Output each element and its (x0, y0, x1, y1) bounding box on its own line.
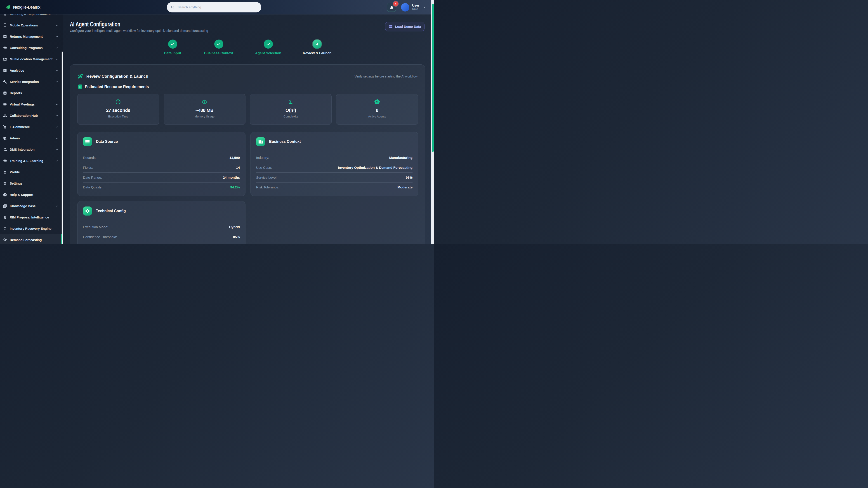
book-icon (3, 204, 7, 208)
book-icon (3, 204, 7, 208)
chevron-down-icon (55, 14, 59, 16)
sidebar-item-collaboration-hub[interactable]: Collaboration Hub (0, 110, 61, 121)
sidebar-item-training-e-learning[interactable]: Training & E-Learning (0, 155, 61, 166)
card-rows: Records: 12,500 Fields: 14 Date Range: 2… (83, 153, 240, 192)
card-title: Technical Config (96, 209, 126, 213)
sync-icon (3, 227, 7, 231)
info-row: Records: 12,500 (83, 153, 240, 163)
sidebar-item-label: Returns Management (10, 35, 43, 38)
chevron-down-icon (55, 14, 59, 16)
person-icon (3, 170, 7, 174)
sidebar-item-label: DMS Integration (10, 148, 35, 151)
stepper-step-1[interactable]: Data Input (161, 39, 184, 55)
chevron-down-icon (55, 58, 59, 61)
leaf-icon (5, 4, 11, 10)
sidebar-item-demand-forecasting[interactable]: Demand Forecasting (0, 234, 61, 244)
gear-icon (85, 208, 90, 214)
stepper: Data Input Business Context Agent Select… (63, 39, 431, 55)
search-icon (170, 5, 175, 9)
sidebar-item-inventory-recovery-engine[interactable]: Inventory Recovery Engine (0, 223, 61, 234)
info-row: Risk Tolerance: Moderate (256, 182, 412, 192)
sidebar-item-help-support[interactable]: Help & Support (0, 189, 61, 200)
chevron-down-icon (55, 125, 59, 129)
sidebar-item-mobile-operations[interactable]: Mobile Operations (0, 20, 61, 31)
brain-icon (3, 215, 7, 220)
graduation-cap-icon (3, 159, 7, 163)
sidebar-item-returns-management[interactable]: Returns Management (0, 31, 61, 42)
leaf-icon (5, 4, 11, 10)
bell-icon (390, 5, 394, 9)
search-bar[interactable] (167, 2, 261, 12)
sidebar-item-consulting-programs[interactable]: Consulting Programs (0, 42, 61, 54)
chevron-down-icon (55, 80, 59, 84)
stat-label: Memory Usage (195, 115, 215, 119)
row-label: Date Range: (83, 175, 102, 180)
user-role: Role (412, 7, 419, 11)
info-row: Fields: 14 (83, 163, 240, 173)
cloud-sync-icon (3, 148, 7, 152)
sidebar-item-dms-integration[interactable]: DMS Integration (0, 144, 61, 155)
sidebar-item-e-commerce[interactable]: E-Commerce (0, 121, 61, 133)
stat-card-3: Σ O(n²) Complexity (250, 94, 332, 125)
sidebar-item-rim-proposal-intelligence[interactable]: RIM Proposal Intelligence (0, 212, 61, 223)
storefront-icon (3, 57, 7, 61)
chevron-down-icon (423, 5, 426, 9)
brand[interactable]: Nexgile-Dealrix (5, 0, 40, 14)
review-panel-note: Verify settings before starting the AI w… (354, 74, 417, 78)
search-input[interactable] (178, 5, 252, 9)
row-label: Execution Mode: (83, 225, 108, 229)
user-name: User (412, 4, 419, 7)
page-scrollbar-thumb[interactable] (432, 4, 434, 152)
sidebar-item-admin[interactable]: Admin (0, 133, 61, 144)
storefront-icon (3, 57, 7, 61)
load-demo-data-button[interactable]: Load Demo Data (385, 22, 425, 31)
stepper-step-4[interactable]: 4 Review & Launch (301, 39, 333, 55)
report-chart-icon (3, 91, 7, 95)
sidebar-item-label: Admin (10, 136, 20, 140)
rocket-icon (78, 73, 84, 79)
step-label: Business Context (204, 51, 233, 55)
sidebar-nav: Ordering & Replenishment Mobile Operatio… (0, 14, 61, 244)
stepper-step-3[interactable]: Agent Selection (254, 39, 283, 55)
sidebar-item-label: Reports (10, 91, 22, 95)
chart-box-icon (3, 68, 7, 73)
sidebar-item-ordering-replenishment[interactable]: Ordering & Replenishment (0, 14, 61, 20)
shield-person-icon (3, 136, 7, 140)
notifications-button[interactable]: 4 (387, 3, 396, 12)
people-group-icon (3, 113, 7, 118)
chevron-down-icon (55, 103, 59, 106)
sidebar-item-label: Analytics (10, 69, 24, 72)
stat-card-2: ~488 MB Memory Usage (164, 94, 246, 125)
sidebar-item-label: E-Commerce (10, 125, 30, 129)
step-label: Review & Launch (303, 51, 332, 55)
sidebar-item-label: Help & Support (10, 193, 33, 197)
sidebar-item-profile[interactable]: Profile (0, 166, 61, 178)
page-scrollbar[interactable] (431, 0, 434, 244)
card-title: Data Source (96, 139, 118, 144)
stat-card-1: 27 seconds Execution Time (77, 94, 159, 125)
chevron-down-icon (55, 24, 59, 27)
info-row: Execution Mode: Hybrid (83, 222, 240, 232)
chevron-down-icon (55, 103, 59, 106)
stepper-step-2[interactable]: Business Context (202, 39, 236, 55)
row-label: Data Quality: (83, 185, 103, 189)
sidebar-item-virtual-meetings[interactable]: Virtual Meetings (0, 99, 61, 110)
chevron-down-icon (55, 114, 59, 118)
cloud-sync-icon (3, 147, 7, 152)
chevron-down-icon (55, 35, 59, 38)
step-circle (168, 39, 177, 48)
user-menu[interactable]: User Role (401, 0, 426, 14)
sidebar-item-settings[interactable]: Settings (0, 178, 61, 189)
help-circle-icon (3, 193, 7, 197)
database-icon (85, 139, 90, 144)
sidebar-item-analytics[interactable]: Analytics (0, 65, 61, 76)
sidebar-item-reports[interactable]: Reports (0, 88, 61, 99)
row-value: Inventory Optimization & Demand Forecast… (338, 166, 412, 169)
sidebar-scrollbar[interactable] (62, 52, 63, 244)
sidebar-item-knowledge-base[interactable]: Knowledge Base (0, 200, 61, 212)
row-value: 85% (233, 235, 240, 239)
main-content: AI Agent Configuration Configure your in… (63, 14, 431, 244)
chevron-down-icon (55, 24, 59, 27)
sidebar-item-service-integration[interactable]: Service Integration (0, 76, 61, 88)
sidebar-item-multi-location-management[interactable]: Multi-Location Management (0, 54, 61, 65)
